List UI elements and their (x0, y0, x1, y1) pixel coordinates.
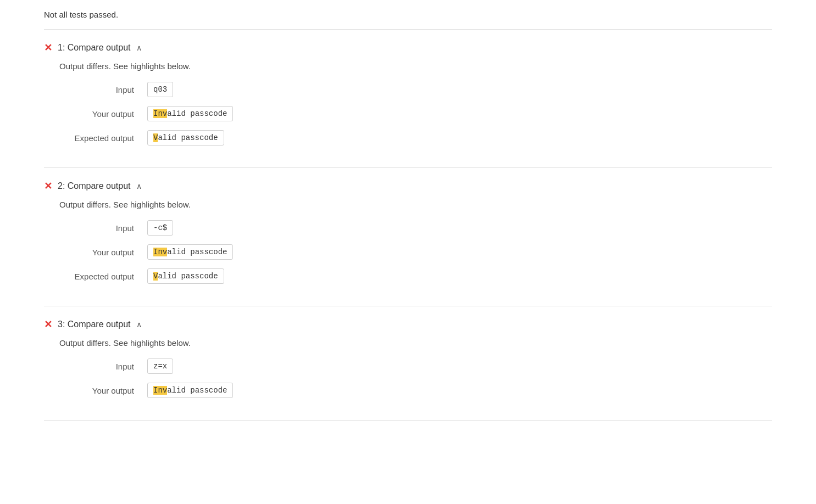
output-differs-msg-2: Output differs. See highlights below. (44, 200, 772, 209)
test-header-3[interactable]: ✕3: Compare output∧ (44, 320, 772, 329)
test-section-3: ✕3: Compare output∧Output differs. See h… (44, 306, 772, 421)
input-label: Input (59, 220, 147, 233)
your-output-value-2: Invalid passcode (147, 244, 233, 260)
input-label: Input (59, 359, 147, 371)
test-header-2[interactable]: ✕2: Compare output∧ (44, 181, 772, 191)
chevron-up-icon[interactable]: ∧ (136, 182, 142, 191)
page-container: Not all tests passed. ✕1: Compare output… (0, 0, 816, 421)
expected-output-label: Expected output (59, 268, 147, 281)
input-value-1: q03 (147, 82, 173, 97)
fail-icon: ✕ (44, 320, 52, 329)
your-output-label: Your output (59, 383, 147, 395)
fail-icon: ✕ (44, 181, 52, 191)
input-row-3: Inputz=x (44, 359, 772, 374)
test-section-1: ✕1: Compare output∧Output differs. See h… (44, 30, 772, 168)
expected-output-row-2: Expected outputValid passcode (44, 268, 772, 284)
output-differs-msg-1: Output differs. See highlights below. (44, 61, 772, 71)
input-label: Input (59, 82, 147, 94)
input-value-3: z=x (147, 359, 173, 374)
input-row-2: Input-c$ (44, 220, 772, 236)
fail-icon: ✕ (44, 43, 52, 53)
expected-output-value-1: Valid passcode (147, 130, 224, 145)
not-all-passed-message: Not all tests passed. (44, 0, 772, 29)
test-header-label-2: 2: Compare output (58, 181, 131, 191)
your-output-label: Your output (59, 244, 147, 257)
test-header-label-1: 1: Compare output (58, 43, 131, 53)
input-value-2: -c$ (147, 220, 173, 236)
input-row-1: Inputq03 (44, 82, 772, 97)
your-output-row-2: Your outputInvalid passcode (44, 244, 772, 260)
output-differs-msg-3: Output differs. See highlights below. (44, 338, 772, 348)
chevron-up-icon[interactable]: ∧ (136, 43, 142, 52)
test-header-label-3: 3: Compare output (58, 320, 131, 329)
your-output-row-1: Your outputInvalid passcode (44, 106, 772, 121)
expected-output-row-1: Expected outputValid passcode (44, 130, 772, 145)
tests-container: ✕1: Compare output∧Output differs. See h… (44, 30, 772, 421)
your-output-label: Your output (59, 106, 147, 119)
your-output-row-3: Your outputInvalid passcode (44, 383, 772, 398)
test-section-2: ✕2: Compare output∧Output differs. See h… (44, 168, 772, 306)
your-output-value-1: Invalid passcode (147, 106, 233, 121)
expected-output-label: Expected output (59, 130, 147, 143)
expected-output-value-2: Valid passcode (147, 268, 224, 284)
chevron-up-icon[interactable]: ∧ (136, 320, 142, 329)
your-output-value-3: Invalid passcode (147, 383, 233, 398)
test-header-1[interactable]: ✕1: Compare output∧ (44, 43, 772, 53)
